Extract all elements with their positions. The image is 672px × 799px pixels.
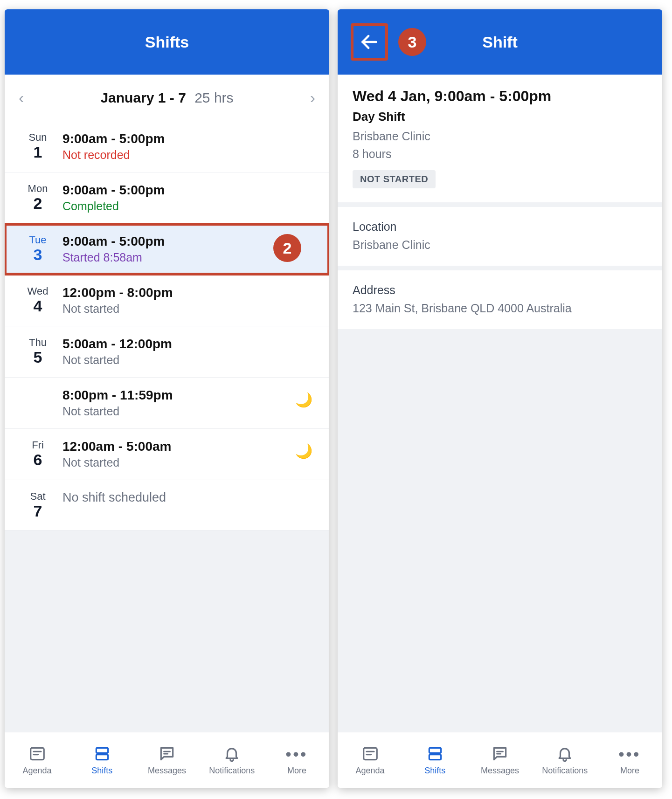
nav-shifts[interactable]: Shifts xyxy=(402,732,467,788)
nav-more[interactable]: •••More xyxy=(264,732,329,788)
location-block[interactable]: Location Brisbane Clinic xyxy=(338,207,662,270)
address-block[interactable]: Address 123 Main St, Brisbane QLD 4000 A… xyxy=(338,270,662,334)
shift-header-block: Wed 4 Jan, 9:00am - 5:00pm Day Shift Bri… xyxy=(338,75,662,207)
week-range: January 1 - 7 xyxy=(100,90,186,105)
nav-shifts[interactable]: Shifts xyxy=(69,732,134,788)
section-value: Brisbane Clinic xyxy=(353,238,647,252)
svg-rect-4 xyxy=(96,755,108,760)
shift-row[interactable]: Fri612:00am - 5:00amNot started🌙 xyxy=(5,429,329,480)
shift-time: 9:00am - 5:00pm xyxy=(62,131,315,146)
shift-row[interactable]: Thu55:00am - 12:00pmNot started xyxy=(5,326,329,378)
shifts-icon xyxy=(426,744,444,763)
shift-duration: 8 hours xyxy=(353,145,647,163)
day-column: Thu5 xyxy=(16,337,60,366)
shift-row[interactable]: Tue39:00am - 5:00pmStarted 8:58am2 xyxy=(5,224,329,275)
shift-info: No shift scheduled xyxy=(60,490,315,505)
svg-rect-11 xyxy=(429,748,441,753)
nav-label: Messages xyxy=(148,766,186,776)
section-label: Address xyxy=(353,283,647,297)
content-scroll[interactable]: Wed 4 Jan, 9:00am - 5:00pm Day Shift Bri… xyxy=(338,75,662,732)
no-shift-label: No shift scheduled xyxy=(62,490,315,505)
week-label: January 1 - 7 25 hrs xyxy=(37,90,297,106)
nav-agenda[interactable]: Agenda xyxy=(338,732,402,788)
shift-location-line: Brisbane Clinic xyxy=(353,128,647,145)
bottom-nav: AgendaShiftsMessagesNotifications•••More xyxy=(338,732,662,788)
svg-rect-3 xyxy=(96,748,108,753)
day-number: 5 xyxy=(16,349,60,366)
day-number: 7 xyxy=(16,503,60,520)
content-scroll[interactable]: ‹ January 1 - 7 25 hrs › Sun19:00am - 5:… xyxy=(5,75,329,732)
nav-more[interactable]: •••More xyxy=(597,732,662,788)
nav-agenda[interactable]: Agenda xyxy=(5,732,69,788)
shift-row-secondary[interactable]: 8:00pm - 11:59pmNot started🌙 xyxy=(5,378,329,429)
agenda-icon xyxy=(28,744,46,763)
shift-time: 12:00pm - 8:00pm xyxy=(62,285,315,300)
shift-info: 9:00am - 5:00pmCompleted xyxy=(60,183,315,213)
day-number: 6 xyxy=(16,451,60,468)
shift-detail-screen: 3 Shift Wed 4 Jan, 9:00am - 5:00pm Day S… xyxy=(338,9,662,788)
more-icon: ••• xyxy=(619,744,641,763)
week-hours: 25 hrs xyxy=(194,90,233,105)
day-column: Wed4 xyxy=(16,285,60,315)
nav-label: Agenda xyxy=(356,766,385,776)
nav-label: More xyxy=(620,766,639,776)
day-column: Mon2 xyxy=(16,183,60,212)
day-column: Fri6 xyxy=(16,439,60,468)
shifts-icon xyxy=(93,744,111,763)
back-button[interactable] xyxy=(351,23,388,61)
nav-label: Shifts xyxy=(91,766,112,776)
shift-row[interactable]: Sun19:00am - 5:00pmNot recorded xyxy=(5,121,329,172)
topbar: Shifts xyxy=(5,9,329,75)
nav-notifications[interactable]: Notifications xyxy=(200,732,264,788)
shift-time: 8:00pm - 11:59pm xyxy=(62,388,315,403)
day-of-week: Fri xyxy=(16,439,60,451)
more-icon: ••• xyxy=(286,744,308,763)
shift-info: 9:00am - 5:00pmNot recorded xyxy=(60,131,315,162)
section-value: 123 Main St, Brisbane QLD 4000 Australia xyxy=(353,302,647,315)
nav-notifications[interactable]: Notifications xyxy=(533,732,597,788)
day-of-week: Mon xyxy=(16,183,60,195)
day-of-week: Sun xyxy=(16,131,60,144)
moon-icon: 🌙 xyxy=(295,443,312,459)
nav-label: More xyxy=(287,766,306,776)
shift-info: 5:00am - 12:00pmNot started xyxy=(60,337,315,367)
week-navigator: ‹ January 1 - 7 25 hrs › xyxy=(5,75,329,121)
shift-status: Not started xyxy=(62,456,315,469)
moon-icon: 🌙 xyxy=(295,392,312,408)
shift-info: 12:00pm - 8:00pmNot started xyxy=(60,285,315,316)
shift-status: Not started xyxy=(62,405,315,418)
status-badge: NOT STARTED xyxy=(353,170,436,188)
step-callout-3: 3 xyxy=(398,28,426,56)
day-of-week: Tue xyxy=(16,234,60,246)
day-number: 1 xyxy=(16,144,60,161)
page-title: Shifts xyxy=(145,33,189,51)
messages-icon xyxy=(491,744,509,763)
section-label: Location xyxy=(353,220,647,234)
shift-status: Completed xyxy=(62,200,315,213)
nav-messages[interactable]: Messages xyxy=(467,732,532,788)
day-number: 2 xyxy=(16,195,60,212)
shift-time: 12:00am - 5:00am xyxy=(62,439,315,454)
nav-label: Notifications xyxy=(542,766,588,776)
shift-row[interactable]: Wed412:00pm - 8:00pmNot started xyxy=(5,275,329,326)
shift-datetime: Wed 4 Jan, 9:00am - 5:00pm xyxy=(353,88,647,105)
shift-row[interactable]: Mon29:00am - 5:00pmCompleted xyxy=(5,172,329,224)
shift-list: Sun19:00am - 5:00pmNot recordedMon29:00a… xyxy=(5,121,329,530)
svg-rect-12 xyxy=(429,755,441,760)
agenda-icon xyxy=(361,744,379,763)
day-column: Tue3 xyxy=(16,234,60,263)
nav-label: Agenda xyxy=(23,766,52,776)
nav-label: Notifications xyxy=(209,766,255,776)
nav-messages[interactable]: Messages xyxy=(134,732,199,788)
page-title: Shift xyxy=(482,33,518,51)
shift-time: 9:00am - 5:00pm xyxy=(62,183,315,198)
arrow-left-icon xyxy=(359,32,380,52)
next-week-button[interactable]: › xyxy=(297,89,315,107)
topbar: 3 Shift xyxy=(338,9,662,75)
day-number: 4 xyxy=(16,297,60,315)
prev-week-button[interactable]: ‹ xyxy=(19,89,37,107)
nav-label: Shifts xyxy=(424,766,445,776)
day-of-week: Wed xyxy=(16,285,60,297)
nav-label: Messages xyxy=(481,766,519,776)
shift-row[interactable]: Sat7No shift scheduled xyxy=(5,480,329,530)
